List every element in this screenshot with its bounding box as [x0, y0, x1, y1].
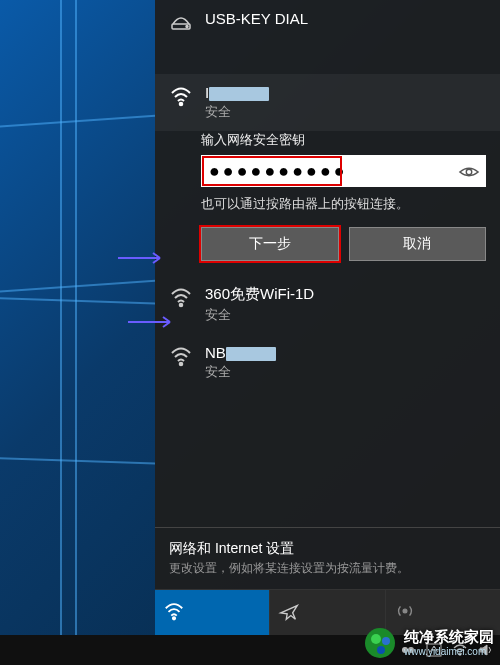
reveal-password-icon[interactable] [458, 161, 480, 183]
settings-sub: 更改设置，例如将某连接设置为按流量计费。 [169, 560, 486, 577]
next-button[interactable]: 下一步 [201, 227, 339, 261]
network-name: 360免费WiFi-1D [205, 285, 486, 304]
svg-point-15 [377, 646, 385, 654]
network-name: I [205, 84, 486, 101]
wifi-icon [169, 344, 193, 368]
password-prompt: 输入网络安全密钥 [201, 131, 486, 149]
svg-point-1 [186, 26, 188, 28]
network-sub: 安全 [205, 306, 486, 324]
watermark: 纯净系统家园 www.yidaimei.com [362, 625, 494, 661]
watermark-title: 纯净系统家园 [404, 629, 494, 646]
annotation-arrow-password [118, 250, 168, 262]
connect-panel: 输入网络安全密钥 也可以通过按路由器上的按钮连接。 下一步 取消 [155, 131, 500, 275]
dialup-icon [169, 10, 193, 34]
network-item-current[interactable]: I 安全 [155, 74, 500, 131]
watermark-url: www.yidaimei.com [404, 646, 494, 657]
hotspot-icon [394, 600, 416, 622]
svg-point-7 [403, 609, 407, 613]
wps-hint: 也可以通过按路由器上的按钮连接。 [201, 195, 486, 213]
svg-point-5 [180, 363, 183, 366]
airplane-icon [278, 600, 300, 622]
svg-point-14 [382, 637, 390, 645]
cancel-button[interactable]: 取消 [349, 227, 487, 261]
network-sub: 安全 [205, 363, 486, 381]
wifi-icon [169, 285, 193, 309]
svg-point-2 [180, 103, 183, 106]
redacted-text [226, 347, 276, 361]
wifi-icon [163, 600, 185, 622]
windows-logo-lines [0, 0, 155, 665]
network-item[interactable]: 360免费WiFi-1D 安全 [155, 275, 500, 334]
watermark-logo-icon [362, 625, 398, 661]
svg-point-3 [466, 169, 472, 175]
network-settings-link[interactable]: 网络和 Internet 设置 更改设置，例如将某连接设置为按流量计费。 [155, 527, 500, 589]
network-flyout: USB-KEY DIAL I 安全 输入网络安全密钥 也可以通过按路由器上的按 [155, 0, 500, 665]
redacted-text [209, 87, 269, 101]
svg-point-13 [371, 634, 381, 644]
password-input[interactable] [201, 155, 486, 187]
settings-title: 网络和 Internet 设置 [169, 540, 486, 558]
network-sub: 安全 [205, 103, 486, 121]
network-item[interactable]: NB 安全 [155, 334, 500, 391]
svg-point-6 [173, 617, 175, 619]
wifi-icon [169, 84, 193, 108]
network-item-dial[interactable]: USB-KEY DIAL [155, 0, 500, 44]
annotation-arrow-next [128, 314, 178, 326]
network-name: NB [205, 344, 486, 361]
network-name: USB-KEY DIAL [205, 10, 486, 27]
svg-point-4 [180, 304, 183, 307]
network-list: USB-KEY DIAL I 安全 输入网络安全密钥 也可以通过按路由器上的按 [155, 0, 500, 527]
